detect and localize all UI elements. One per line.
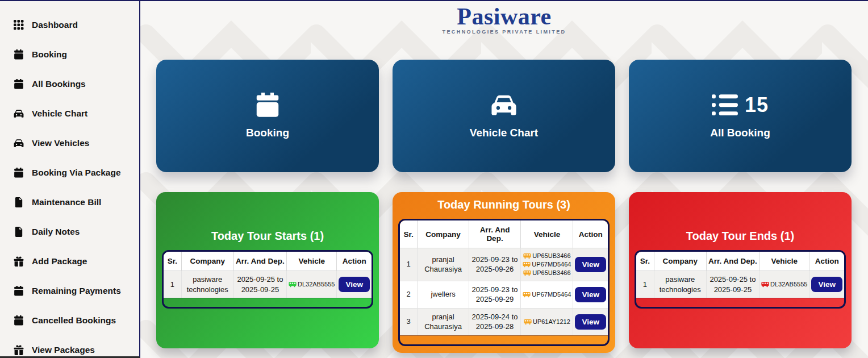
car-icon bbox=[491, 93, 517, 118]
stat-card-label: Booking bbox=[246, 127, 289, 139]
column-header: Arr. And Dep. bbox=[233, 252, 286, 271]
table-header-row: Sr.CompanyArr. And Dep.VehicleAction bbox=[636, 252, 844, 271]
cell-dates: 2025-09-25 to 2025-09-25 bbox=[706, 271, 759, 298]
sidebar-item-cancelled-bookings[interactable]: Cancelled Bookings bbox=[0, 306, 139, 335]
brand-tagline: TECHNOLOGIES PRIVATE LIMITED bbox=[140, 30, 868, 35]
tour-card-today-tour-starts: Today Tour Starts (1)Sr.CompanyArr. And … bbox=[156, 192, 379, 348]
table-row: 1pasiware technologies2025-09-25 to 2025… bbox=[636, 271, 844, 298]
vehicle-number: UP65UB3466 bbox=[532, 252, 570, 260]
cell-action: View bbox=[573, 248, 608, 281]
stat-card-label: Vehicle Chart bbox=[470, 127, 538, 139]
cell-sr: 1 bbox=[400, 248, 418, 281]
cell-action: View bbox=[337, 271, 372, 298]
tour-table: Sr.CompanyArr. And Dep.VehicleAction1pas… bbox=[162, 250, 373, 309]
sidebar-item-view-packages[interactable]: View Packages bbox=[0, 335, 139, 358]
sidebar-item-maintenance-bill[interactable]: Maintenance Bill bbox=[0, 188, 139, 217]
view-button[interactable]: View bbox=[575, 257, 606, 272]
brand-header: Pasiware TECHNOLOGIES PRIVATE LIMITED bbox=[140, 1, 868, 35]
sidebar-item-vehicle-chart[interactable]: Vehicle Chart bbox=[0, 99, 139, 128]
column-header: Arr. And Dep. bbox=[706, 252, 759, 271]
sidebar-item-remaining-payments[interactable]: Remaining Payments bbox=[0, 276, 139, 306]
table-footer-strip bbox=[164, 298, 372, 307]
sidebar-item-label: Dashboard bbox=[32, 20, 78, 30]
bus-icon bbox=[523, 270, 531, 276]
sidebar-item-label: Daily Notes bbox=[32, 227, 80, 237]
sidebar-item-label: Vehicle Chart bbox=[32, 109, 87, 119]
table-row: 2jwellers2025-09-23 to 2025-09-29UP67MD5… bbox=[400, 281, 608, 308]
cell-sr: 1 bbox=[164, 271, 181, 298]
column-header: Sr. bbox=[400, 220, 418, 248]
cell-company: pranjal Chaurasiya bbox=[418, 248, 469, 281]
gift-icon bbox=[14, 256, 24, 267]
tour-table: Sr.CompanyArr. And Dep.VehicleAction1pas… bbox=[635, 250, 846, 309]
sidebar-item-view-vehicles[interactable]: View Vehicles bbox=[0, 128, 139, 158]
calendar-icon bbox=[14, 79, 24, 89]
vehicle-number: UP61AY1212 bbox=[533, 318, 570, 326]
column-header: Vehicle bbox=[521, 220, 573, 248]
cell-sr: 2 bbox=[400, 281, 418, 308]
cell-dates: 2025-09-23 to 2025-09-26 bbox=[469, 248, 521, 281]
column-header: Sr. bbox=[636, 252, 654, 271]
brand-logo-text: Pasiware bbox=[140, 5, 868, 28]
sidebar-item-label: Remaining Payments bbox=[32, 286, 121, 296]
column-header: Arr. And Dep. bbox=[469, 220, 521, 248]
bus-icon bbox=[524, 319, 532, 325]
view-button[interactable]: View bbox=[811, 277, 842, 292]
cell-action: View bbox=[573, 308, 608, 335]
calendar-icon bbox=[14, 168, 24, 178]
cell-company: jwellers bbox=[418, 281, 469, 308]
cell-vehicles: UP61AY1212 bbox=[521, 308, 573, 335]
vehicle-number: UP67MD5464 bbox=[532, 260, 571, 269]
bus-icon bbox=[289, 281, 297, 288]
view-button[interactable]: View bbox=[339, 277, 370, 292]
column-header: Vehicle bbox=[759, 252, 809, 271]
calendar-icon bbox=[14, 315, 24, 326]
sidebar-item-booking-via-package[interactable]: Booking Via Package bbox=[0, 158, 139, 188]
gift-icon bbox=[14, 345, 24, 355]
tour-card-title: Today Tour Ends (1) bbox=[635, 230, 846, 243]
tour-card-today-tour-ends: Today Tour Ends (1)Sr.CompanyArr. And De… bbox=[629, 192, 852, 348]
column-header: Vehicle bbox=[286, 252, 336, 271]
column-header: Action bbox=[809, 252, 844, 271]
file-icon bbox=[14, 197, 24, 207]
calendar-icon bbox=[14, 286, 24, 296]
column-header: Action bbox=[337, 252, 372, 271]
stat-card-booking[interactable]: Booking bbox=[156, 60, 379, 172]
cell-dates: 2025-09-23 to 2025-09-29 bbox=[469, 281, 521, 308]
cell-vehicles: UP65UB3466UP67MD5464UP65UB3466 bbox=[521, 248, 573, 281]
vehicle-number: DL32AB5555 bbox=[770, 280, 807, 289]
stat-card-vehicle-chart[interactable]: Vehicle Chart bbox=[393, 60, 615, 172]
file-icon bbox=[14, 227, 24, 237]
sidebar-item-label: Booking Via Package bbox=[32, 168, 121, 178]
grid-icon bbox=[14, 20, 24, 30]
cell-vehicles: DL32AB5555 bbox=[759, 271, 809, 298]
stat-card-all-booking[interactable]: 15All Booking bbox=[629, 60, 852, 172]
sidebar-item-booking[interactable]: Booking bbox=[0, 40, 139, 69]
table-footer-strip bbox=[636, 298, 844, 307]
tour-table: Sr.CompanyArr. And Dep.VehicleAction1pra… bbox=[398, 219, 610, 346]
column-header: Company bbox=[654, 252, 706, 271]
sidebar-item-label: View Vehicles bbox=[32, 138, 89, 148]
column-header: Company bbox=[418, 220, 469, 248]
view-button[interactable]: View bbox=[575, 287, 606, 302]
tour-tables-row: Today Tour Starts (1)Sr.CompanyArr. And … bbox=[156, 192, 852, 353]
calendar-icon bbox=[14, 49, 24, 60]
bus-icon bbox=[523, 292, 531, 298]
stat-card-label: All Booking bbox=[710, 127, 770, 139]
tour-card-today-running-tours: Today Running Tours (3)Sr.CompanyArr. An… bbox=[393, 192, 615, 353]
column-header: Action bbox=[573, 220, 608, 248]
stat-card-icon-row: 15 bbox=[712, 93, 769, 118]
sidebar-item-daily-notes[interactable]: Daily Notes bbox=[0, 217, 139, 247]
table-header-row: Sr.CompanyArr. And Dep.VehicleAction bbox=[400, 220, 608, 248]
sidebar-item-all-bookings[interactable]: All Bookings bbox=[0, 69, 139, 99]
main-content: Pasiware TECHNOLOGIES PRIVATE LIMITED Bo… bbox=[140, 1, 868, 358]
tour-card-title: Today Tour Starts (1) bbox=[162, 230, 373, 243]
cell-company: pranjal Chaurasiya bbox=[418, 308, 469, 335]
view-button[interactable]: View bbox=[575, 314, 606, 330]
calendar-icon bbox=[254, 93, 281, 118]
column-header: Sr. bbox=[164, 252, 181, 271]
sidebar-item-add-package[interactable]: Add Package bbox=[0, 247, 139, 276]
sidebar-item-label: Add Package bbox=[32, 256, 87, 267]
vehicle-number: UP67MD5464 bbox=[532, 290, 571, 299]
sidebar-item-dashboard[interactable]: Dashboard bbox=[0, 10, 139, 40]
